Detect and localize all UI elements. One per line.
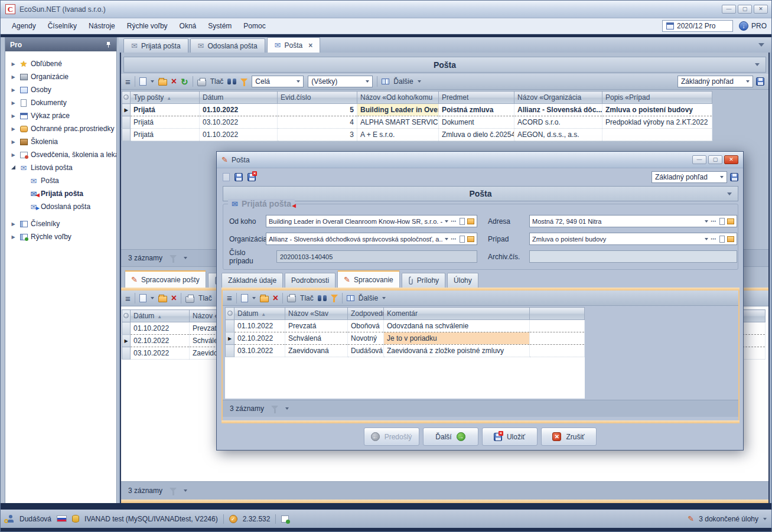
dialog-close-button[interactable]: ✕ [724, 155, 738, 164]
cell[interactable]: 01.10.2022 [131, 322, 190, 335]
grid-corner[interactable] [122, 92, 131, 104]
cell[interactable]: ALPHA SMART SERVICE s.r.o. [357, 116, 439, 129]
menu-nastroje[interactable]: Nástroje [83, 20, 120, 32]
previous-button[interactable]: ←Predošlý [364, 427, 419, 446]
od-koho-field[interactable]: Building Leader in Overall Cleanroom Kno… [266, 215, 477, 227]
folder-icon[interactable] [467, 236, 474, 242]
column-header[interactable]: Dátum▲ [234, 308, 285, 320]
column-header[interactable]: Predmet [439, 92, 514, 104]
band-dropdown-icon[interactable] [727, 192, 732, 195]
cell[interactable]: Zaevidovaná [285, 345, 348, 357]
column-header[interactable]: Dátum▲ [131, 310, 190, 322]
cell[interactable]: 02.10.2022 [234, 332, 285, 345]
band-dropdown-icon[interactable] [755, 63, 760, 66]
next-button[interactable]: Ďalší→ [423, 427, 478, 446]
delete-icon[interactable]: × [171, 77, 177, 86]
cell[interactable]: Prijatá [131, 116, 200, 129]
pin-icon[interactable] [105, 41, 112, 48]
sidebar-item-organizations[interactable]: ▶Organizácie [5, 70, 116, 83]
dropdown-icon[interactable] [705, 220, 708, 223]
minimize-button[interactable]: — [722, 5, 736, 14]
print-label[interactable]: Tlač [198, 294, 212, 302]
row-indicator[interactable]: ▶ [122, 335, 131, 347]
footer-filter-dropdown-icon[interactable] [184, 257, 187, 259]
sidebar-header[interactable]: Pro [5, 38, 116, 51]
cell[interactable]: Poistná zmluva [439, 104, 514, 116]
row-indicator[interactable] [122, 129, 131, 141]
footer-filter-dropdown-icon[interactable] [184, 489, 187, 492]
cell[interactable]: 02.10.2022 [131, 335, 190, 347]
save-icon[interactable] [234, 173, 243, 181]
open-icon[interactable] [260, 296, 269, 302]
hamburger-icon[interactable]: ≡ [125, 293, 131, 303]
columns-icon[interactable] [382, 79, 389, 84]
ellipsis-icon[interactable]: ⋯ [451, 236, 457, 242]
cell[interactable]: Allianz - Slovenská dôc... [514, 104, 602, 116]
ellipsis-icon[interactable]: ⋯ [711, 236, 717, 242]
ellipsis-icon[interactable]: ⋯ [711, 218, 717, 224]
sidebar-item-quick-choices[interactable]: ▶Rýchle voľby [5, 230, 116, 243]
sidebar-item-trainings[interactable]: ▶Školenia [5, 135, 116, 148]
tab-odoslana-posta[interactable]: ✉Odoslaná pošta [190, 38, 265, 53]
save-view-icon[interactable] [730, 173, 738, 181]
menu-pomoc[interactable]: Pomoc [238, 20, 271, 32]
cell[interactable]: Prijatá [131, 104, 200, 116]
cell[interactable]: Prijatá [131, 129, 200, 141]
sidebar-item-sent-mail[interactable]: ✉▶Odoslaná pošta [5, 200, 116, 213]
cell[interactable]: Zaevidovaná z zložke poistné zmluvy [384, 345, 530, 357]
new-record-icon[interactable] [139, 294, 146, 302]
more-label[interactable]: Ďalšie [359, 294, 378, 302]
dialog-view-combo[interactable]: Základný pohľad [652, 171, 727, 183]
dropdown-icon[interactable] [705, 238, 708, 240]
cell[interactable]: A + E s.r.o. [357, 129, 439, 141]
tab-prijata-posta[interactable]: ✉Prijatá pošta [123, 38, 188, 53]
close-tab-icon[interactable]: × [308, 41, 312, 50]
organizacia-field[interactable]: Allianz - Slovenská dôchodková správcovs… [266, 233, 477, 245]
delete-icon[interactable]: × [171, 293, 177, 303]
sidebar-item-documents[interactable]: ▶Dokumenty [5, 96, 116, 109]
cell[interactable]: 01.10.2022 [200, 129, 278, 141]
menu-agendy[interactable]: Agendy [6, 20, 41, 32]
table-row[interactable]: Prijatá03.10.20224ALPHA SMART SERVICE s.… [122, 116, 712, 129]
column-header[interactable]: Popis «Prípad [602, 92, 712, 104]
table-row[interactable]: ▶02.10.2022SchválenáNovotnýJe to v poria… [226, 332, 585, 345]
cell[interactable]: 5 [278, 104, 357, 116]
tab-posta[interactable]: ✉Pošta× [267, 37, 321, 53]
folder-icon[interactable] [467, 218, 474, 224]
hamburger-icon[interactable]: ≡ [125, 77, 131, 87]
column-header[interactable]: Názov «Od koho/komu [357, 92, 439, 104]
new-record-icon[interactable] [139, 77, 146, 86]
view-combo[interactable]: Základný pohľad [677, 76, 753, 87]
more-dropdown-icon[interactable] [418, 80, 421, 83]
statusbar-version[interactable]: 2.32.532 [243, 515, 271, 523]
filter-icon[interactable] [331, 295, 338, 302]
search-icon[interactable] [318, 295, 327, 301]
period-input[interactable] [677, 22, 724, 30]
hamburger-icon[interactable]: ≡ [227, 293, 232, 303]
menu-system[interactable]: Systém [203, 20, 237, 32]
scope-combo[interactable]: Celá [252, 76, 304, 87]
tab-podrobnosti[interactable]: Podrobnosti [285, 273, 335, 288]
cell[interactable]: 03.10.2022 [234, 345, 285, 357]
table-row[interactable]: Prijatá01.10.20223A + E s.r.o.Zmluva o d… [122, 129, 712, 141]
more-label[interactable]: Ďalšie [393, 77, 413, 86]
tab-prilohy[interactable]: Prílohy [402, 273, 445, 288]
cell[interactable]: 03.10.2022 [131, 347, 190, 360]
row-indicator[interactable]: ▶ [122, 104, 131, 116]
cell[interactable]: 4 [278, 116, 357, 129]
footer-filter-icon[interactable] [170, 255, 177, 263]
row-indicator[interactable] [226, 320, 234, 332]
save-view-icon[interactable] [756, 77, 764, 86]
pripad-field[interactable]: Zmluva o poistení budovy ⋯ [529, 233, 737, 245]
print-icon[interactable] [197, 80, 206, 86]
column-header[interactable]: Komentár [384, 308, 530, 320]
sidebar-item-codelists[interactable]: ▶Číselníky [5, 217, 116, 230]
page-icon[interactable] [719, 218, 725, 225]
columns-icon[interactable] [347, 295, 354, 301]
table-row[interactable]: 01.10.2022PrevzatáOboňováOdovzdaná na sc… [226, 320, 585, 332]
row-indicator[interactable] [122, 322, 131, 335]
dropdown-icon[interactable] [445, 238, 448, 240]
cell[interactable]: 03.10.2022 [200, 116, 278, 129]
cell[interactable]: Odovzdaná na schválenie [384, 320, 530, 332]
grid-corner[interactable] [226, 308, 234, 320]
